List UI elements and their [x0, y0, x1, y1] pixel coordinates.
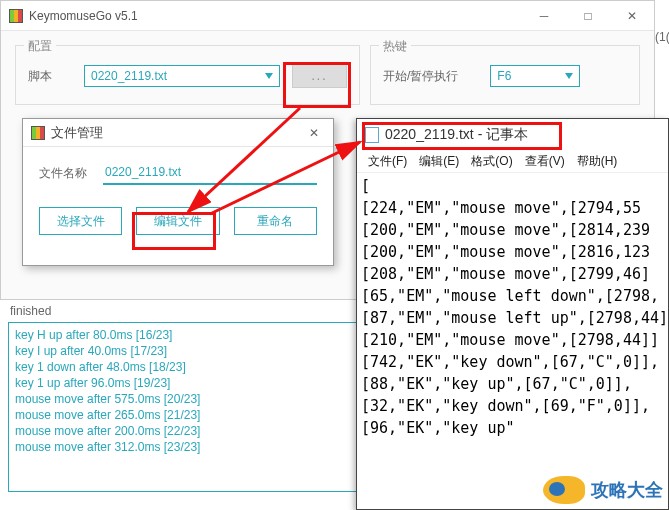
config-panel-title: 配置 — [24, 38, 56, 55]
notepad-menu-item[interactable]: 格式(O) — [466, 153, 517, 170]
dialog-titlebar: 文件管理 ✕ — [23, 119, 333, 147]
rename-button[interactable]: 重命名 — [234, 207, 317, 235]
minimize-button[interactable]: ─ — [522, 1, 566, 31]
watermark: 攻略大全 — [543, 476, 663, 504]
edit-file-button[interactable]: 编辑文件 — [136, 207, 219, 235]
app-icon — [9, 9, 23, 23]
notepad-menu-item[interactable]: 帮助(H) — [572, 153, 623, 170]
notepad-content[interactable]: [ [224,"EM","mouse move",[2794,55 [200,"… — [357, 173, 668, 509]
dialog-icon — [31, 126, 45, 140]
notepad-menu-item[interactable]: 查看(V) — [520, 153, 570, 170]
script-dropdown-value: 0220_2119.txt — [91, 69, 167, 83]
watermark-text: 攻略大全 — [591, 478, 663, 502]
hotkey-label: 开始/暂停执行 — [383, 68, 458, 85]
hotkey-value: F6 — [497, 69, 511, 83]
notepad-icon — [365, 127, 379, 143]
choose-file-button[interactable]: 选择文件 — [39, 207, 122, 235]
script-dropdown[interactable]: 0220_2119.txt — [84, 65, 280, 87]
notepad-title: 0220_2119.txt - 记事本 — [385, 126, 528, 144]
chevron-down-icon — [265, 73, 273, 79]
script-label: 脚本 — [28, 68, 72, 85]
app-title: KeymomuseGo v5.1 — [29, 9, 522, 23]
main-titlebar: KeymomuseGo v5.1 ─ □ ✕ — [1, 1, 654, 31]
maximize-button[interactable]: □ — [566, 1, 610, 31]
file-manager-dialog: 文件管理 ✕ 文件名称 选择文件 编辑文件 重命名 — [22, 118, 334, 266]
notepad-menu: 文件(F)编辑(E)格式(O)查看(V)帮助(H) — [357, 151, 668, 173]
cropped-text: (1( — [655, 30, 669, 50]
notepad-menu-item[interactable]: 编辑(E) — [414, 153, 464, 170]
hotkey-dropdown[interactable]: F6 — [490, 65, 580, 87]
watermark-icon — [543, 476, 585, 504]
dialog-title: 文件管理 — [51, 124, 295, 142]
close-button[interactable]: ✕ — [610, 1, 654, 31]
config-panel: 配置 脚本 0220_2119.txt ... — [15, 45, 360, 105]
more-button[interactable]: ... — [292, 64, 347, 88]
filename-label: 文件名称 — [39, 165, 91, 182]
filename-input[interactable] — [103, 161, 317, 185]
hotkey-panel: 热键 开始/暂停执行 F6 — [370, 45, 640, 105]
chevron-down-icon — [565, 73, 573, 79]
dialog-close-button[interactable]: ✕ — [295, 118, 333, 148]
hotkey-panel-title: 热键 — [379, 38, 411, 55]
notepad-titlebar: 0220_2119.txt - 记事本 — [357, 119, 668, 151]
notepad-menu-item[interactable]: 文件(F) — [363, 153, 412, 170]
notepad-window: 0220_2119.txt - 记事本 文件(F)编辑(E)格式(O)查看(V)… — [356, 118, 669, 510]
